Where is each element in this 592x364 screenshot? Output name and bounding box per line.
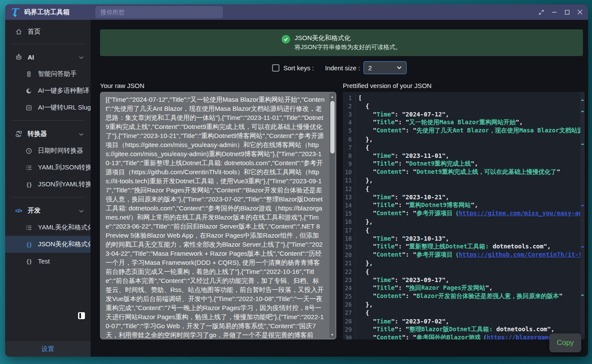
- sidebar-item-test[interactable]: { } Test: [5, 253, 91, 270]
- search-input[interactable]: [95, 6, 223, 18]
- braces-icon: { }: [25, 181, 33, 188]
- copy-button[interactable]: Copy: [549, 333, 581, 352]
- chevron-down-icon: [79, 207, 84, 214]
- scroll-up-icon[interactable]: ▲: [329, 94, 335, 100]
- sidebar-item-json-prettify[interactable]: { } JSON美化和格式化: [5, 236, 91, 253]
- sidebar-group-label: 转换器: [28, 130, 47, 138]
- list-icon: [25, 164, 33, 172]
- titlebar: T 码界工坊工具箱: [5, 4, 588, 20]
- sidebar-item-label: 智能问答助手: [38, 70, 77, 78]
- overview-mark: [581, 100, 584, 101]
- sidebar-group-ai[interactable]: AI: [5, 48, 91, 66]
- indent-size-select[interactable]: 2: [363, 61, 407, 74]
- settings-link[interactable]: 设置: [41, 345, 54, 353]
- divider: [11, 44, 85, 44]
- main-area: JSON美化和格式化 将JSON字符串修饰为友好的可读格式。 Sort keys…: [91, 20, 588, 357]
- sidebar-item-label: JSON到YAML转换: [38, 180, 91, 188]
- pretty-json-panel: 1[2 {3 "Time": "2024-07-12",4 "Title": "…: [343, 92, 585, 339]
- sidebar-item-json-to-yaml[interactable]: { } JSON到YAML转换: [5, 176, 91, 193]
- indent-size-label: Indent size :: [325, 64, 360, 72]
- sort-keys-checkbox[interactable]: [272, 64, 279, 72]
- sidebar-item-home[interactable]: 首页: [5, 24, 91, 39]
- tool-subtitle: 将JSON字符串修饰为友好的可读格式。: [294, 44, 401, 51]
- raw-json-label: Your raw JSON: [100, 82, 336, 89]
- options-row: Sort keys : Indent size : 2: [91, 61, 588, 74]
- settings-bar: 设置: [5, 341, 91, 357]
- code-lines: 1[2 {3 "Time": "2024-07-12",4 "Title": "…: [343, 92, 580, 339]
- maximize-button[interactable]: [561, 6, 573, 19]
- slug-icon: [25, 104, 33, 112]
- sidebar-item-yaml-prettify[interactable]: YAML美化和格式化: [5, 219, 91, 236]
- minimize-button[interactable]: [548, 6, 561, 19]
- converter-icon: [15, 130, 22, 138]
- clock-icon: [25, 147, 33, 155]
- raw-json-panel: [{"Time":"2024-07-12","Title":"又一轮使用Masa…: [100, 92, 336, 339]
- overview-mark: [581, 295, 584, 296]
- chevron-down-icon: [79, 130, 84, 138]
- sidebar-collapse-icon[interactable]: [78, 312, 85, 319]
- sidebar-item-yaml-to-json[interactable]: YAML到JSON转换: [5, 159, 91, 176]
- sidebar-group-dev[interactable]: </> 开发: [5, 202, 91, 219]
- app-title: 码界工坊工具箱: [24, 8, 69, 16]
- pretty-json-label: Prettified version of your JSON: [343, 82, 432, 89]
- success-banner: JSON美化和格式化 将JSON字符串修饰为友好的可读格式。: [100, 29, 583, 56]
- sidebar-item-label: 首页: [28, 28, 41, 36]
- chevron-down-icon: [79, 53, 84, 61]
- sidebar-item-ai-qa[interactable]: 智能问答助手: [5, 66, 91, 82]
- sidebar-group-label: 开发: [28, 207, 41, 215]
- chevron-down-icon: [397, 66, 402, 69]
- sidebar-item-label: JSON美化和格式化: [38, 240, 91, 248]
- code-icon: </>: [15, 207, 22, 214]
- sidebar-item-label: YAML到JSON转换: [38, 163, 91, 172]
- braces-icon: { }: [25, 241, 33, 248]
- raw-scrollbar[interactable]: ▲ ▼: [329, 93, 335, 338]
- app-logo-icon: T: [9, 6, 21, 18]
- sidebar-group-converters[interactable]: 转换器: [5, 125, 91, 142]
- scrollbar-thumb[interactable]: [330, 101, 335, 154]
- window-controls: [535, 6, 588, 19]
- braces-icon: { }: [25, 257, 33, 265]
- divider: [11, 197, 85, 198]
- overview-mark: [581, 246, 584, 248]
- sidebar-item-label: YAML美化和格式化: [38, 223, 91, 232]
- sidebar-item-label: Test: [38, 257, 50, 265]
- check-circle-icon: [282, 35, 290, 44]
- overview-mark: [581, 205, 584, 206]
- overview-mark: [581, 111, 584, 112]
- raw-json-input[interactable]: [{"Time":"2024-07-12","Title":"又一轮使用Masa…: [100, 92, 336, 339]
- robot-icon: [15, 53, 22, 61]
- sort-keys-label: Sort keys :: [283, 64, 314, 72]
- sidebar-item-ai-url-slug[interactable]: AI一键转URL Slug: [5, 99, 91, 116]
- app-window: T 码界工坊工具箱 首页: [5, 4, 588, 357]
- close-button[interactable]: [573, 6, 586, 19]
- indent-size-value: 2: [368, 64, 372, 72]
- code-scrollbar[interactable]: [580, 92, 585, 339]
- sidebar-item-label: AI一键转URL Slug: [38, 104, 91, 112]
- sidebar: 首页 AI 智能问答助手: [5, 20, 91, 357]
- overview-mark: [581, 144, 584, 145]
- scroll-down-icon[interactable]: ▼: [329, 332, 335, 338]
- translate-icon: [25, 87, 33, 95]
- sidebar-item-label: AI一键多语种翻译: [38, 87, 89, 95]
- sidebar-item-ai-translate[interactable]: AI一键多语种翻译: [5, 82, 91, 99]
- sidebar-item-label: 日期时间转换器: [38, 147, 83, 155]
- list-icon: [25, 224, 33, 232]
- sidebar-group-label: AI: [28, 53, 34, 61]
- divider: [11, 120, 85, 121]
- assistant-icon: [25, 70, 33, 78]
- tool-title: JSON美化和格式化: [294, 34, 401, 42]
- home-icon: [15, 28, 22, 35]
- sidebar-item-datetime-converter[interactable]: 日期时间转换器: [5, 142, 91, 159]
- expand-icon[interactable]: [535, 6, 548, 19]
